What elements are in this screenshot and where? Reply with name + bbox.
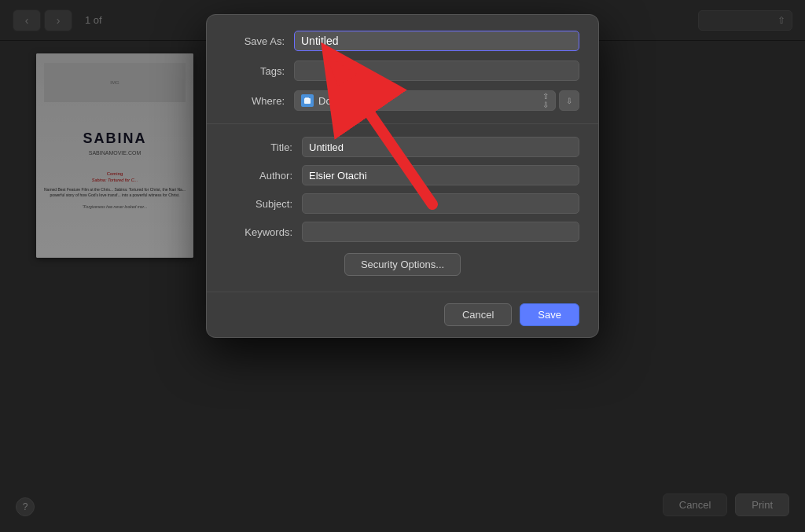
cancel-button[interactable]: Cancel <box>444 303 512 326</box>
tags-label: Tags: <box>226 65 285 77</box>
tags-input[interactable] <box>294 61 579 81</box>
where-spinner-icon: ⇧⇩ <box>542 92 549 109</box>
dialog-top-section: Save As: Tags: Where: Documents ⇧⇩ ⇩ <box>207 15 598 124</box>
author-label: Author: <box>226 170 292 182</box>
documents-icon <box>301 94 314 107</box>
title-label: Title: <box>226 141 292 153</box>
tags-row: Tags: <box>226 61 579 81</box>
save-as-label: Save As: <box>226 35 285 47</box>
save-dialog: Save As: Tags: Where: Documents ⇧⇩ ⇩ <box>206 14 599 338</box>
security-btn-row: Security Options... <box>226 253 579 276</box>
author-row: Author: <box>226 165 579 185</box>
keywords-row: Keywords: <box>226 222 579 242</box>
where-container: Documents ⇧⇩ ⇩ <box>294 90 579 111</box>
security-options-button[interactable]: Security Options... <box>344 253 461 276</box>
title-row: Title: <box>226 137 579 157</box>
where-select[interactable]: Documents ⇧⇩ <box>294 90 556 111</box>
author-input[interactable] <box>302 165 579 185</box>
where-expand-button[interactable]: ⇩ <box>559 90 579 111</box>
where-value: Documents <box>318 95 370 107</box>
save-as-input[interactable] <box>294 31 579 51</box>
keywords-input[interactable] <box>302 222 579 242</box>
save-as-row: Save As: <box>226 31 579 51</box>
svg-rect-0 <box>304 98 311 104</box>
dialog-bottom-buttons: Cancel Save <box>207 292 598 337</box>
svg-rect-1 <box>305 97 309 99</box>
dialog-expanded-section: Title: Author: Subject: Keywords: Securi… <box>207 124 598 292</box>
keywords-label: Keywords: <box>226 226 292 238</box>
subject-row: Subject: <box>226 193 579 214</box>
save-button[interactable]: Save <box>520 303 579 326</box>
where-row: Where: Documents ⇧⇩ ⇩ <box>226 90 579 111</box>
where-label: Where: <box>226 95 285 107</box>
subject-label: Subject: <box>226 198 292 210</box>
subject-input[interactable] <box>302 193 579 214</box>
title-input[interactable] <box>302 137 579 157</box>
